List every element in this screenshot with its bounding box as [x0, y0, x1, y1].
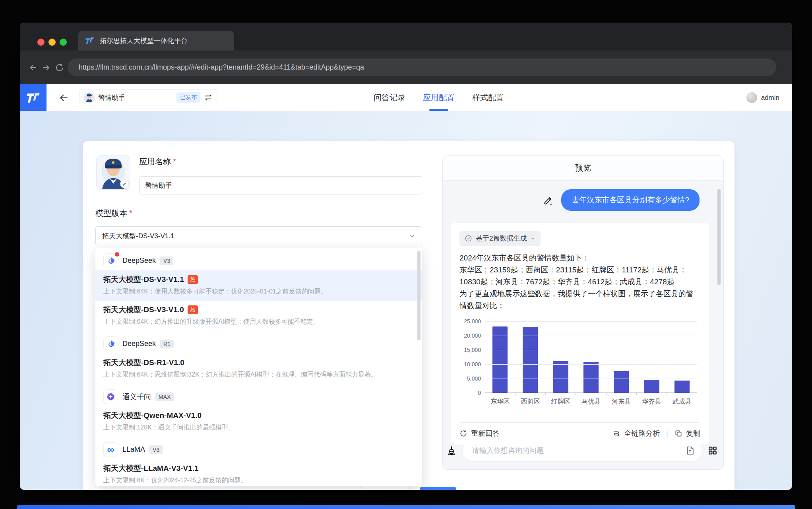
chat-area: 去年汉东市各区县分别有多少警情? 基于2篇数据生成 2024年汉东市各区县的警情… [443, 181, 723, 469]
qwen-logo-icon [103, 389, 118, 404]
tab-qa-records[interactable]: 问答记录 [374, 84, 405, 111]
chart-bar [644, 380, 659, 393]
chart-x-label: 河东县 [606, 398, 636, 406]
model-option-desc: 上下文限制:64K；幻方推出的升级版开源AI模型；使用人数较多可能不稳定。 [103, 318, 414, 326]
required-asterisk: * [173, 157, 176, 166]
provider-name: DeepSeek [122, 256, 156, 265]
back-icon[interactable] [29, 63, 38, 72]
model-select-value: 拓天大模型-DS-V3-V1.1 [102, 231, 409, 241]
model-provider-group: DeepSeekV3 [95, 248, 422, 270]
chat-scrollbar[interactable] [717, 189, 721, 285]
address-bar[interactable]: https://llm.trscd.com.cn/llmops-app/#/ed… [68, 58, 776, 76]
unpublish-button[interactable]: 撤销发布 [360, 487, 410, 490]
model-option-desc: 上下文限制:64K；思维链限制:32K；幻方推出的开源AI模型；在推理、编写代码… [103, 371, 414, 379]
copy-button[interactable]: 复制 [674, 429, 700, 438]
model-option-desc: 上下文限制:64K；使用人数较多可能不稳定；优化2025-01-01之前反馈的问… [103, 288, 414, 296]
app-name: 警情助手 [98, 93, 173, 102]
reload-icon[interactable] [55, 63, 64, 72]
user-message-row: 去年汉东市各区县分别有多少警情? [543, 189, 700, 211]
browser-tab-title: 拓尔思拓天大模型一体化平台 [100, 36, 188, 45]
app-avatar-uploader[interactable] [96, 155, 130, 190]
deepseek-logo-icon [103, 336, 118, 351]
app-name-input[interactable] [139, 176, 422, 194]
edit-message-icon[interactable] [543, 194, 554, 206]
app-avatar [84, 92, 95, 103]
platform-logo[interactable] [20, 84, 47, 111]
provider-version-badge: R1 [160, 340, 174, 348]
bar-chart: 05,00010,00015,00020,00025,000 东华区西蔺区红牌区… [459, 317, 700, 416]
upload-file-icon[interactable] [685, 446, 695, 455]
refresh-icon [459, 429, 467, 437]
chart-gridline [485, 379, 697, 379]
regenerate-button[interactable]: 重新回答 [459, 429, 500, 438]
fullscreen-window-button[interactable] [60, 39, 67, 46]
model-option-title: 拓天大模型-DS-R1-V1.0 [103, 357, 414, 368]
required-asterisk: * [129, 209, 132, 218]
answer-text: 2024年汉东市各区县的警情数量如下： 东华区：23159起；西蔺区：23115… [459, 252, 700, 312]
model-option-title: 拓天大模型-DS-V3-V1.0热 [103, 305, 414, 315]
model-option-desc: 上下文限制:8K；优化2024-12-25之前反馈的问题。 [103, 476, 414, 485]
model-option[interactable]: 拓天大模型-Qwen-MAX-V1.0上下文限制:128K；通义千问推出的最强模… [95, 406, 422, 437]
model-version-label: 模型版本* [95, 208, 132, 219]
model-option-desc: 上下文限制:128K；通义千问推出的最强模型。 [103, 424, 414, 432]
tab-app-config[interactable]: 应用配置 [423, 84, 455, 111]
hot-badge: 热 [188, 275, 198, 284]
desktop-accent-strip [17, 505, 795, 509]
chat-input[interactable] [472, 447, 685, 455]
browser-tab[interactable]: 拓尔思拓天大模型一体化平台 [78, 31, 234, 51]
chart-y-axis-labels: 05,00010,00015,00020,00025,000 [459, 321, 481, 393]
close-window-button[interactable] [37, 39, 45, 46]
chart-gridline [485, 350, 697, 350]
status-badge: 已发布 [176, 92, 200, 103]
clear-context-icon[interactable] [446, 445, 457, 456]
minimize-window-button[interactable] [48, 39, 56, 46]
chart-x-axis-labels: 东华区西蔺区红牌区马优县河东县华齐县武成县 [485, 398, 697, 406]
chart-bar [614, 371, 629, 393]
app-info-pill[interactable]: 警情助手 已发布 [79, 89, 217, 105]
model-option[interactable]: 拓天大模型-LLaMA-V3-V1.1上下文限制:8K；优化2024-12-25… [95, 459, 422, 486]
user-menu[interactable]: admin [746, 84, 779, 111]
chart-x-label: 武成县 [667, 398, 697, 406]
model-dropdown: DeepSeekV3拓天大模型-DS-V3-V1.1热上下文限制:64K；使用人… [95, 248, 422, 486]
trace-analysis-button[interactable]: 全链路分析 [612, 429, 660, 438]
browser-titlebar: 拓尔思拓天大模型一体化平台 [20, 23, 792, 51]
switch-app-icon[interactable] [204, 93, 213, 102]
chart-plot-area [485, 321, 697, 393]
model-provider-group: 通义千问MAX [95, 384, 422, 406]
browser-toolbar: https://llm.trscd.com.cn/llmops-app/#/ed… [20, 51, 792, 84]
source-chip[interactable]: 基于2篇数据生成 [459, 231, 541, 246]
apps-grid-icon[interactable] [707, 445, 718, 456]
answer-actions: 重新回答 全链路分析 | [459, 423, 700, 438]
back-to-list-icon[interactable] [59, 93, 69, 103]
provider-name: 通义千问 [122, 392, 151, 402]
tab-style-config[interactable]: 样式配置 [472, 84, 504, 111]
chat-input-row [446, 440, 718, 461]
chat-input-pill [463, 440, 702, 461]
model-option[interactable]: 拓天大模型-DS-V3-V1.1热上下文限制:64K；使用人数较多可能不稳定；优… [95, 270, 422, 301]
model-provider-group: DeepSeekR1 [95, 331, 422, 354]
forward-icon[interactable] [41, 63, 51, 72]
browser-window: 拓尔思拓天大模型一体化平台 https://llm.trscd.com.cn/l… [20, 23, 792, 490]
app-name-label: 应用名称* [139, 156, 176, 167]
config-tabs: 问答记录 应用配置 样式配置 [374, 84, 504, 111]
provider-name: DeepSeek [122, 340, 156, 348]
model-version-select[interactable]: 拓天大模型-DS-V3-V1.1 [95, 226, 422, 245]
edit-avatar-icon[interactable] [120, 179, 129, 188]
model-option[interactable]: 拓天大模型-DS-R1-V1.0上下文限制:64K；思维链限制:32K；幻方推出… [95, 354, 422, 384]
chart-bar [553, 361, 568, 393]
model-option[interactable]: 拓天大模型-DS-V3-V1.0热上下文限制:64K；幻方推出的升级版开源AI模… [95, 301, 422, 331]
save-button[interactable]: 保 存 [420, 487, 456, 490]
dropdown-scrollbar[interactable] [417, 251, 421, 340]
favicon-trs-logo [85, 36, 95, 46]
chart-x-label: 西蔺区 [515, 398, 545, 406]
user-avatar [746, 92, 757, 103]
provider-version-badge: V3 [149, 445, 163, 454]
provider-version-badge: MAX [155, 392, 174, 401]
hot-badge: 热 [188, 305, 198, 314]
deepseek-logo-icon [103, 253, 118, 268]
trs-logo-icon [25, 90, 41, 106]
desktop-background: 拓尔思拓天大模型一体化平台 https://llm.trscd.com.cn/l… [0, 0, 812, 509]
divider: | [666, 429, 668, 438]
provider-version-badge: V3 [160, 256, 173, 265]
model-provider-group: ∞LLaMAV3 [95, 437, 422, 459]
